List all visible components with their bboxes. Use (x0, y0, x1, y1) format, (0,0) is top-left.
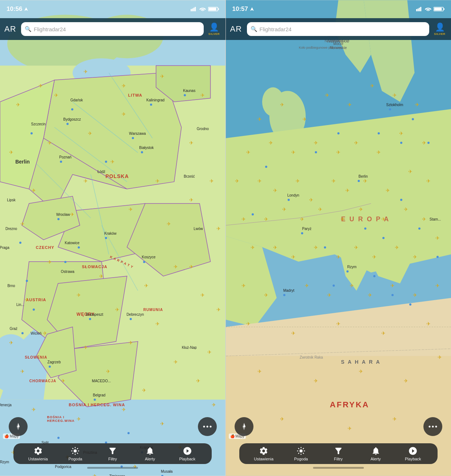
time-display-1: 10:56 (7, 5, 28, 13)
country-label-slowacja: SŁOWACJA (82, 265, 107, 269)
city-budapeszt: Budapeszt (86, 312, 103, 316)
city-koszyce: Koszyce (142, 255, 156, 259)
map-2[interactable]: MorzeNorweskie MorzeNorweskie MorzeNorwe… (226, 0, 451, 476)
search-input-1[interactable]: 🔍 Flightradar24 (21, 22, 204, 36)
search-bar-1[interactable]: AR 🔍 Flightradar24 👤 SILVER (0, 18, 226, 40)
toolbar-item-weather-1[interactable]: Pogoda (64, 446, 87, 461)
location-arrow-icon-1 (24, 7, 28, 11)
user-profile-2[interactable]: 👤 SILVER (433, 22, 447, 36)
city-wroclaw: Wrocław (56, 212, 70, 216)
playback-icon-2 (408, 446, 418, 456)
toolbar-item-settings-2[interactable]: Ustawienia (252, 446, 275, 461)
user-avatar-icon-2: 👤 (435, 23, 445, 32)
svg-rect-65 (418, 9, 419, 12)
toolbar-2: Ustawienia Pogoda (239, 443, 438, 464)
toolbar-item-playback-2[interactable]: Playback (401, 446, 424, 461)
city-berlin: Berlin (15, 159, 30, 165)
country-macedo: MACEDO... (92, 379, 111, 383)
user-profile-1[interactable]: 👤 SILVER (207, 22, 221, 36)
playback-icon-1 (183, 446, 192, 456)
city-madryt: Madryt (283, 289, 294, 293)
toolbar-item-alerts-1[interactable]: Alerty (138, 446, 162, 461)
country-label-rumunia: RUMUNIA (143, 307, 163, 311)
settings-icon-1 (33, 446, 43, 456)
alerts-label-2: Alerty (370, 457, 381, 461)
svg-point-32 (203, 426, 205, 428)
city-drezno: Drezno (5, 226, 17, 230)
city-krakow: Kraków (104, 231, 116, 235)
svg-point-72 (429, 426, 431, 428)
svg-rect-30 (208, 8, 216, 11)
svg-rect-29 (218, 8, 219, 10)
svg-line-82 (303, 448, 304, 449)
screen-1: POLSKA CZECHY AUSTRIA SŁOWACJA WĘGRY SŁO… (0, 0, 226, 476)
toolbar-item-alerts-2[interactable]: Alerty (364, 446, 387, 461)
bottom-toolbar-2: Ustawienia Pogoda (226, 443, 451, 469)
search-bar-2[interactable]: AR 🔍 Flightradar24 👤 SILVER (226, 18, 451, 40)
city-rzym-2: Rzym (347, 265, 357, 269)
city-praga: Praga (0, 246, 9, 250)
country-label-slowenia: SŁOWENIA (25, 355, 47, 359)
city-debreczyn: Debreczyn (126, 312, 144, 316)
svg-rect-27 (195, 7, 196, 11)
continent-afryka: AFRYKA (330, 400, 369, 410)
home-indicator-1 (87, 467, 138, 469)
city-wiclen: Wicleń (31, 331, 41, 335)
city-sztokholm: Sztokholm (386, 103, 403, 107)
city-warszawa: Warszawa (129, 131, 146, 135)
city-bialystok: Białystok (139, 146, 154, 150)
svg-point-35 (74, 449, 77, 453)
compass-icon-2 (240, 422, 248, 431)
map-1[interactable]: POLSKA CZECHY AUSTRIA SŁOWACJA WĘGRY SŁO… (0, 0, 226, 476)
country-label-polska: POLSKA (105, 173, 129, 179)
svg-line-80 (298, 448, 299, 449)
more-button-2[interactable] (423, 417, 442, 436)
toolbar-item-weather-2[interactable]: Pogoda (289, 446, 313, 461)
polar-label: Koło podbiegunowe północne (299, 46, 342, 49)
svg-point-31 (17, 426, 19, 427)
bell-icon-1 (145, 446, 155, 456)
filters-label-1: Filtry (108, 457, 117, 461)
toolbar-item-filters-2[interactable]: Filtry (327, 446, 350, 461)
svg-point-34 (210, 426, 211, 428)
compass-icon-1 (14, 422, 23, 431)
svg-rect-67 (420, 7, 421, 11)
city-grodno: Grodno (197, 126, 209, 130)
region-sahara: S A H A R A (341, 359, 381, 365)
battery-icon-2 (434, 7, 444, 12)
city-musala: Musała (161, 469, 172, 473)
city-lodz: Łódź (97, 169, 105, 173)
weather-label-1: Pogoda (68, 457, 82, 461)
city-poznan: Poznań (59, 155, 72, 159)
city-gdansk: Gdańsk (70, 98, 83, 102)
toolbar-item-filters-1[interactable]: Filtry (101, 446, 124, 461)
svg-rect-25 (192, 9, 193, 12)
location-arrow-icon-2 (250, 7, 254, 11)
home-indicator-2 (313, 467, 364, 469)
city-belgrad: Belgrad (93, 393, 105, 397)
search-text-2: Flightradar24 (260, 26, 292, 32)
search-input-2[interactable]: 🔍 Flightradar24 (247, 22, 430, 36)
country-label-litwa: LITWA (128, 93, 142, 97)
search-icon-1: 🔍 (25, 26, 32, 32)
weather-label-2: Pogoda (294, 457, 308, 461)
location-button-2[interactable] (235, 417, 253, 436)
settings-label-1: Ustawienia (28, 457, 48, 461)
user-avatar-icon-1: 👤 (209, 23, 219, 32)
more-dots-icon-2 (428, 425, 437, 428)
filter-icon-1 (108, 446, 117, 456)
svg-point-33 (206, 426, 208, 428)
more-button-1[interactable] (198, 417, 217, 436)
city-ostrawa: Ostrawa (61, 269, 74, 273)
svg-rect-26 (193, 8, 194, 11)
more-dots-icon-1 (203, 425, 212, 428)
filter-icon-2 (334, 446, 343, 456)
location-button-1[interactable] (9, 417, 28, 436)
country-label-czechy: CZECHY (36, 245, 54, 250)
city-katowice: Katowice (65, 241, 80, 245)
toolbar-item-playback-1[interactable]: Playback (176, 446, 199, 461)
toolbar-item-settings-1[interactable]: Ustawienia (27, 446, 50, 461)
screen-2: MorzeNorweskie MorzeNorweskie MorzeNorwe… (226, 0, 451, 476)
country-label-chorwacja: CHORWACJA (29, 379, 56, 383)
search-text-1: Flightradar24 (34, 26, 66, 32)
